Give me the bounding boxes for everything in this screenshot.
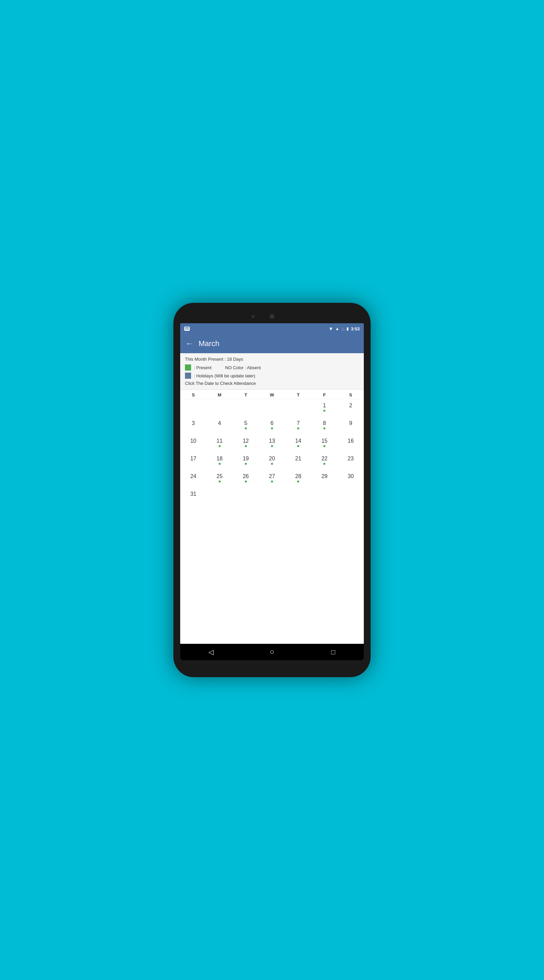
- attendance-dot: [297, 445, 299, 447]
- date-number: 18: [217, 456, 223, 462]
- calendar-cell[interactable]: 17: [180, 452, 206, 470]
- nav-back-button[interactable]: [205, 646, 217, 658]
- calendar-cell[interactable]: 12: [233, 434, 259, 452]
- holiday-label: : Holidays (Will be update later): [194, 373, 255, 379]
- phone-top: [180, 310, 364, 323]
- page-title: March: [198, 339, 219, 348]
- calendar-cell[interactable]: 15: [311, 434, 338, 452]
- date-number: 17: [190, 456, 197, 462]
- calendar-cell[interactable]: 16: [338, 434, 364, 452]
- status-bar: ▼ ▲ △ ▮ 3:53: [180, 323, 364, 334]
- date-number: 21: [295, 456, 301, 462]
- calendar-cell[interactable]: 9: [338, 417, 364, 434]
- notification-icon: [184, 327, 190, 331]
- nav-home-button[interactable]: [266, 646, 278, 658]
- attendance-dot: [271, 463, 273, 465]
- signal-icon-2: △: [341, 326, 344, 331]
- attendance-dot: [324, 463, 325, 465]
- calendar-cell[interactable]: 28: [285, 470, 311, 488]
- date-number: 13: [269, 438, 275, 444]
- date-number: 3: [192, 420, 195, 426]
- calendar-cell[interactable]: 5: [233, 417, 259, 434]
- phone-camera: [270, 314, 274, 319]
- attendance-dot: [271, 480, 273, 482]
- absent-label: NO Color : Absent: [225, 365, 261, 370]
- date-number: 28: [295, 473, 301, 479]
- calendar-cell[interactable]: 27: [259, 470, 285, 488]
- attendance-dot: [219, 445, 220, 447]
- calendar-cell[interactable]: 23: [338, 452, 364, 470]
- calendar-cell[interactable]: 13: [259, 434, 285, 452]
- attendance-dot: [271, 445, 273, 447]
- date-number: 19: [243, 456, 249, 462]
- calendar-cell[interactable]: 10: [180, 434, 206, 452]
- attendance-dot: [245, 480, 247, 482]
- calendar-cell[interactable]: 22: [311, 452, 338, 470]
- date-number: 25: [217, 473, 223, 479]
- calendar-cell: [206, 488, 233, 505]
- calendar-cell[interactable]: 11: [206, 434, 233, 452]
- calendar-cell[interactable]: 30: [338, 470, 364, 488]
- date-number: 12: [243, 438, 249, 444]
- date-number: 26: [243, 473, 249, 479]
- calendar-cell[interactable]: 7: [285, 417, 311, 434]
- date-number: 31: [190, 491, 197, 497]
- app-header: ← March: [180, 334, 364, 353]
- calendar-day-headers: SMTWTFS: [180, 390, 364, 399]
- status-right: ▼ ▲ △ ▮ 3:53: [328, 326, 360, 331]
- attendance-dot: [245, 445, 247, 447]
- date-number: 1: [323, 402, 326, 409]
- calendar-cell[interactable]: 26: [233, 470, 259, 488]
- attendance-dot: [324, 445, 325, 447]
- date-number: 16: [348, 438, 354, 444]
- calendar-cell[interactable]: 18: [206, 452, 233, 470]
- calendar-cell[interactable]: 14: [285, 434, 311, 452]
- calendar-cell: [233, 488, 259, 505]
- calendar-cell[interactable]: 2: [338, 399, 364, 417]
- date-number: 5: [244, 420, 247, 426]
- calendar-cell[interactable]: 8: [311, 417, 338, 434]
- calendar-cell[interactable]: 19: [233, 452, 259, 470]
- date-number: 11: [217, 438, 223, 444]
- date-number: 7: [297, 420, 300, 426]
- attendance-dot: [245, 427, 247, 430]
- calendar-cell[interactable]: 20: [259, 452, 285, 470]
- calendar-day-header: T: [285, 392, 311, 398]
- calendar-day-header: W: [259, 392, 285, 398]
- calendar-cell[interactable]: 4: [206, 417, 233, 434]
- calendar-cell: [259, 399, 285, 417]
- attendance-dot: [219, 463, 220, 465]
- phone-device: ▼ ▲ △ ▮ 3:53 ← March This Month Present …: [173, 303, 371, 677]
- calendar-cell[interactable]: 3: [180, 417, 206, 434]
- nav-recents-button[interactable]: [327, 646, 339, 658]
- calendar-grid: 1234567891011121314151617181920212223242…: [180, 399, 364, 505]
- calendar-cell[interactable]: 24: [180, 470, 206, 488]
- calendar-cell[interactable]: 1: [311, 399, 338, 417]
- calendar-day-header: S: [338, 392, 364, 398]
- calendar-cell: [180, 399, 206, 417]
- attendance-dot: [245, 463, 247, 465]
- legend-present-row: : Present NO Color : Absent: [185, 364, 359, 371]
- calendar-cell[interactable]: 21: [285, 452, 311, 470]
- calendar-cell[interactable]: 6: [259, 417, 285, 434]
- calendar-section: SMTWTFS 12345678910111213141516171819202…: [180, 390, 364, 644]
- battery-icon: ▮: [346, 326, 349, 331]
- calendar-cell[interactable]: 25: [206, 470, 233, 488]
- attendance-dot: [297, 427, 299, 430]
- date-number: 29: [321, 473, 327, 479]
- back-button[interactable]: ←: [186, 339, 193, 348]
- legend-holiday-row: : Holidays (Will be update later): [185, 372, 359, 379]
- attendance-dot: [271, 427, 273, 430]
- attendance-dot: [219, 480, 220, 482]
- info-section: This Month Present : 18 Days : Present N…: [180, 353, 364, 390]
- date-number: 9: [349, 420, 352, 426]
- calendar-cell: [338, 488, 364, 505]
- date-number: 2: [349, 402, 352, 409]
- calendar-cell[interactable]: 31: [180, 488, 206, 505]
- calendar-cell[interactable]: 29: [311, 470, 338, 488]
- calendar-day-header: M: [206, 392, 233, 398]
- calendar-cell: [206, 399, 233, 417]
- calendar-cell: [285, 399, 311, 417]
- calendar-cell: [285, 488, 311, 505]
- attendance-dot: [324, 410, 325, 412]
